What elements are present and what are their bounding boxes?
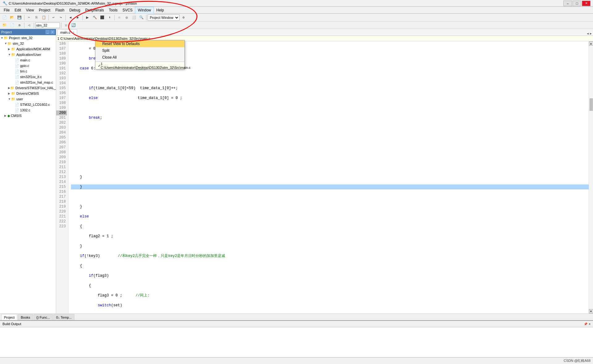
- tree-label-drv-cmsis: Drivers/CMSIS: [16, 92, 39, 95]
- dd-reset-view[interactable]: Reset View to Defaults: [95, 40, 184, 47]
- btab-books[interactable]: Books: [18, 314, 33, 320]
- tree-it-c[interactable]: 📄 stm32f1xx_it.c: [0, 74, 56, 80]
- paste-button[interactable]: 📋: [40, 14, 47, 21]
- tree-hal-msp[interactable]: 📄 stm32f1xx_hal_msp.c: [0, 80, 56, 85]
- tab-close-main[interactable]: ×: [73, 31, 74, 34]
- tree-lcd1602[interactable]: 📄 STM32_LCD1602.c: [0, 102, 56, 107]
- t2-btn5[interactable]: ☑: [63, 22, 69, 29]
- scroll-down-arrow[interactable]: ▼: [589, 309, 593, 313]
- t2-btn4[interactable]: ◁: [26, 22, 32, 29]
- dbg3-button[interactable]: ⬜: [131, 14, 137, 21]
- build-output-pin[interactable]: 📌: [584, 322, 587, 326]
- tree-label-app-user: Application/User: [16, 53, 41, 56]
- main-layout: Project _ × ▼ 📁 Project: stm_32 ▼ 📁 stm_…: [0, 29, 593, 313]
- btab-funcs[interactable]: {} Func...: [34, 314, 53, 320]
- redo-button[interactable]: ↪: [57, 14, 64, 21]
- tab-bar: main.c* × ◀ ▶: [56, 29, 593, 36]
- tree-icon-drv-cmsis: 📁: [11, 92, 15, 96]
- ln-214: 214: [56, 180, 67, 184]
- search-input[interactable]: [35, 23, 60, 28]
- menu-project[interactable]: Project: [36, 7, 53, 14]
- tab-arrow-right[interactable]: ▶: [590, 32, 592, 35]
- maximize-button[interactable]: □: [573, 1, 581, 6]
- build2-button[interactable]: 🔨: [91, 14, 98, 21]
- ln-202: 202: [56, 120, 67, 125]
- scroll-up-arrow[interactable]: ▲: [589, 41, 593, 46]
- project-window-dropdown[interactable]: Project Window: [148, 14, 179, 21]
- tree-main-c[interactable]: 📄 main.c: [0, 57, 56, 63]
- menu-view[interactable]: View: [23, 7, 36, 14]
- file-path-text: 1 C:\Users\Administrator\Desktop\DS1302\…: [57, 37, 150, 40]
- build-button[interactable]: ▶: [84, 14, 91, 21]
- code-line-201: [71, 194, 589, 199]
- menu-help[interactable]: Help: [154, 7, 166, 14]
- editor-vscroll[interactable]: ▲ ▼: [589, 41, 593, 313]
- menu-window[interactable]: Window: [135, 7, 154, 14]
- back-button[interactable]: ◀: [67, 14, 74, 21]
- tree-user-folder[interactable]: ▼ 📁 user: [0, 96, 56, 102]
- menu-debug[interactable]: Debug: [67, 7, 83, 14]
- minimize-button[interactable]: –: [563, 1, 572, 6]
- t2-btn1[interactable]: 📁: [1, 22, 8, 29]
- tree-label-hal: stm32f1xx_hal_msp.c: [20, 81, 53, 84]
- ln-205: 205: [56, 135, 67, 140]
- tree-drivers-cmsis[interactable]: ▶ 📁 Drivers/CMSIS: [0, 91, 56, 96]
- menu-tools[interactable]: Tools: [107, 7, 120, 14]
- build-output-close[interactable]: ×: [589, 322, 591, 326]
- close-button[interactable]: ✕: [582, 1, 591, 6]
- status-text: CSDN @红棉A68: [564, 358, 591, 363]
- menu-svcs[interactable]: SVCS: [120, 7, 135, 14]
- download-button[interactable]: ⬇: [106, 14, 113, 21]
- code-view[interactable]: 186 187 188 189 190 191 192 193 194 195 …: [56, 41, 593, 313]
- project-panel-minimize[interactable]: _: [45, 30, 50, 34]
- btab-project[interactable]: Project: [1, 314, 17, 320]
- tree-app-user[interactable]: ▼ 📁 Application/User: [0, 52, 56, 57]
- btab-temp[interactable]: 0↓ Temp...: [53, 314, 75, 320]
- save-button[interactable]: 💾: [16, 14, 23, 21]
- t2-btn3[interactable]: ⚙: [16, 22, 23, 29]
- copy-button[interactable]: ⎘: [33, 14, 40, 21]
- t2-btn2[interactable]: 📄: [9, 22, 15, 29]
- dbg2-button[interactable]: ◎: [123, 14, 130, 21]
- code-line-198: [71, 165, 589, 170]
- tab-arrow-left[interactable]: ◀: [587, 32, 589, 35]
- ln-193: 193: [56, 76, 67, 81]
- tree-tim-c[interactable]: 📄 tim.c: [0, 68, 56, 74]
- properties-button[interactable]: ⚙: [180, 14, 187, 21]
- window-title: C:\Users\Administrator\Desktop\DS1302\st…: [9, 2, 137, 5]
- tree-gpio-c[interactable]: 📄 gpio.c: [0, 63, 56, 68]
- stop-button[interactable]: ⬛: [99, 14, 106, 21]
- tree-stm32[interactable]: ▼ 📁 stm_32: [0, 41, 56, 46]
- project-panel-close[interactable]: ×: [50, 30, 55, 34]
- t2-btn6[interactable]: 🔄: [70, 22, 77, 29]
- code-content[interactable]: = 0 ; break; case 6: //设置秒 if(time_data_…: [69, 41, 589, 313]
- scroll-track[interactable]: [589, 46, 593, 309]
- open-button[interactable]: 📂: [9, 14, 15, 21]
- tree-icon-gpio: 📄: [15, 64, 19, 68]
- tree-cmsis-root[interactable]: ▶ ◆ CMSIS: [0, 113, 56, 118]
- new-file-button[interactable]: 📄: [1, 14, 8, 21]
- cut-button[interactable]: ✂: [26, 14, 32, 21]
- dbg4-button[interactable]: 🔍: [138, 14, 145, 21]
- menu-peripherals[interactable]: Peripherals: [83, 7, 107, 14]
- ln-188: 188: [56, 51, 67, 56]
- tree-root[interactable]: ▼ 📁 Project: stm_32: [0, 35, 56, 41]
- dbg1-button[interactable]: ○: [116, 14, 123, 21]
- scroll-thumb[interactable]: [590, 98, 593, 111]
- menu-file[interactable]: File: [1, 7, 12, 14]
- code-line-210: {: [71, 283, 589, 288]
- tree-drivers-hal[interactable]: ▶ 📁 Drivers/STM32F1xx_HAL_Dri...: [0, 85, 56, 91]
- tree-1302-c[interactable]: 📄 1302.c: [0, 107, 56, 113]
- dd-close-all[interactable]: Close All: [95, 54, 184, 61]
- menu-flash[interactable]: Flash: [53, 7, 67, 14]
- undo-button[interactable]: ↩: [50, 14, 57, 21]
- tree-mdk-arm[interactable]: ▶ 📁 Application/MDK-ARM: [0, 46, 56, 52]
- menu-edit[interactable]: Edit: [12, 7, 23, 14]
- tree-icon-cmsis-root: ◆: [7, 114, 10, 118]
- dd-file-path[interactable]: ✓ 1 C:\Users\Administrator\Desktop\DS130…: [95, 62, 184, 69]
- title-bar-controls: – □ ✕: [563, 1, 591, 6]
- tab-main-c[interactable]: main.c* ×: [57, 29, 77, 35]
- dd-split[interactable]: Split: [95, 47, 184, 54]
- forward-button[interactable]: ▶: [74, 14, 81, 21]
- tab-label-main: main.c*: [60, 31, 72, 34]
